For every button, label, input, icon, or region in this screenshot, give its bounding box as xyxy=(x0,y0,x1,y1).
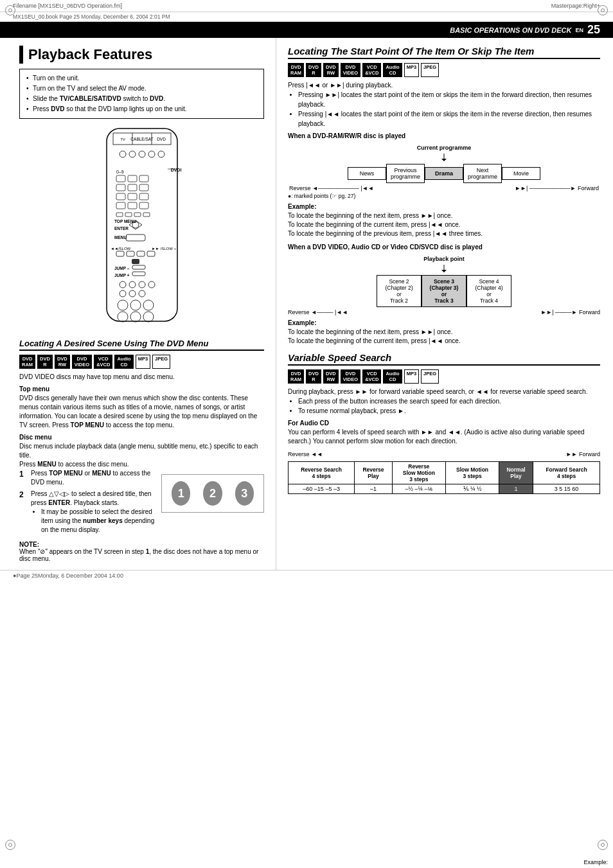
bullet-item-3: Slide the TV/CABLE/SAT/DVD switch to DVD… xyxy=(26,94,257,104)
val-forward-search: 3 5 15 60 xyxy=(533,484,600,494)
current-programme-label: Current programme xyxy=(288,145,600,151)
svg-rect-46 xyxy=(132,265,145,269)
badge-audio-cd-v: AudioCD xyxy=(383,369,402,384)
pb-scene2: Scene 2(Chapter 2)orTrack 2 xyxy=(377,275,422,307)
note-title: NOTE: xyxy=(19,541,39,548)
svg-rect-24 xyxy=(116,202,125,209)
svg-rect-28 xyxy=(125,213,132,217)
badge-audio-cd: AudioCD xyxy=(114,355,133,369)
badge-dvd-r-r: DVDR xyxy=(306,63,321,77)
corner-mark-tr xyxy=(598,5,608,15)
svg-rect-30 xyxy=(143,213,150,217)
step-2-text: Press △▽◁▷ to select a desired title, th… xyxy=(31,490,161,508)
disc-badges-locating: DVDRAM DVDR DVDRW DVDVIDEO VCD&VCD Audio… xyxy=(19,355,264,369)
page-header: Filename [MX1SEU_06DVD Operation.fm] Mas… xyxy=(0,0,613,12)
page: Filename [MX1SEU_06DVD Operation.fm] Mas… xyxy=(0,0,613,868)
circle-1: 1 xyxy=(172,481,190,506)
audio-cd-text: You can perform 4 levels of speed search… xyxy=(288,428,600,446)
locating-start-intro: Press |◄◄ or ►►| during playback. xyxy=(288,81,600,90)
svg-rect-19 xyxy=(128,184,137,191)
top-menu-text: DVD discs generally have their own menus… xyxy=(19,394,264,430)
prog-movie: Movie xyxy=(502,167,540,180)
svg-text:DVD: DVD xyxy=(157,137,166,141)
badge-dvd-r: DVDR xyxy=(37,355,53,369)
step-1-text: Press TOP MENU or MENU to access the DVD… xyxy=(31,469,161,487)
speed-table-header-row: Reverse ◄◄ ►► Forward xyxy=(288,451,600,457)
steps-area: 1 2 3 Example: 1 Press TOP MENU or MENU … xyxy=(19,469,264,537)
svg-point-53 xyxy=(129,290,136,297)
dvd-menu-intro: DVD VIDEO discs may have top menu and di… xyxy=(19,373,264,382)
svg-rect-20 xyxy=(139,184,148,191)
val-reverse-play: –1 xyxy=(355,484,392,494)
playback-point-label: Playback point xyxy=(288,256,600,262)
svg-text:TV: TV xyxy=(120,137,125,141)
pb-reverse-label: Reverse ◄──── |◄◄ xyxy=(288,309,348,315)
locating-start-bullets: Pressing ►►| locates the start point of … xyxy=(288,90,600,128)
svg-text:0–9: 0–9 xyxy=(116,170,124,174)
svg-rect-27 xyxy=(116,213,123,217)
main-content: Playback Features Turn on the unit. Turn… xyxy=(0,38,613,570)
bullet-list: Turn on the unit. Turn on the TV and sel… xyxy=(26,73,257,114)
badge-audio-cd-r: AudioCD xyxy=(383,63,402,77)
badge-vcd-svcd-v: VCD&VCD xyxy=(362,369,381,384)
step-2: 2 Press △▽◁▷ to select a desired title, … xyxy=(19,490,161,535)
svg-point-56 xyxy=(130,300,141,310)
svg-rect-21 xyxy=(116,193,125,200)
right-column: Locating The Start Point Of The Item Or … xyxy=(276,38,613,570)
badge-vcd-svcd: VCD&VCD xyxy=(94,355,112,369)
playback-features-heading: Playback Features xyxy=(19,46,264,64)
svg-point-57 xyxy=(143,300,154,310)
forward-label: ►►| ──────────► Forward xyxy=(515,185,599,191)
remote-svg: CABLE/SAT TV DVD DVDl 0–9 xyxy=(81,125,203,331)
badge-dvd-rw-r: DVDRW xyxy=(323,63,339,77)
forward-header: ►► Forward xyxy=(566,451,600,457)
svg-point-11 xyxy=(158,151,164,157)
down-arrow xyxy=(288,154,600,163)
val-reverse-slow: –½ –¼ –⅛ xyxy=(392,484,445,494)
svg-marker-64 xyxy=(441,270,447,272)
pb-down-arrow xyxy=(288,265,600,274)
example-label: Example: xyxy=(583,859,608,865)
svg-rect-47 xyxy=(132,272,145,276)
svg-rect-23 xyxy=(139,193,148,200)
svg-rect-25 xyxy=(128,202,137,209)
col-slow-motion: Slow Motion3 steps xyxy=(445,462,499,484)
svg-point-58 xyxy=(118,312,128,322)
marked-points: ●: marked points (☞ pg. 27) xyxy=(288,193,600,199)
col-normal-play: NormalPlay xyxy=(499,462,533,484)
badge-jpeg-r: JPEG xyxy=(421,63,439,77)
badge-jpeg-v: JPEG xyxy=(421,369,439,384)
badge-dvd-ram-r: DVDRAM xyxy=(288,63,304,77)
val-reverse-search: –60 –15 –5 –3 xyxy=(289,484,355,494)
svg-rect-15 xyxy=(116,175,125,182)
dvd-ram-disc-title: When a DVD-RAM/RW/R disc is played xyxy=(288,132,600,139)
badge-dvd-video: DVDVIDEO xyxy=(72,355,92,369)
corner-mark-tl xyxy=(5,5,15,15)
svg-text:MENU: MENU xyxy=(114,235,127,240)
svg-rect-40 xyxy=(127,251,134,256)
svg-point-10 xyxy=(148,151,155,157)
pb-diagram: Playback point Scene 2(Chapter 2)orTrack… xyxy=(288,256,600,315)
svg-point-9 xyxy=(139,151,145,157)
svg-point-8 xyxy=(129,151,136,157)
badge-dvd-rw-v: DVDRW xyxy=(323,369,339,384)
prog-arrows-row: Reverse ◄────────── |◄◄ ►►| ──────────► … xyxy=(288,185,600,191)
col-reverse-slow: ReverseSlow Motion3 steps xyxy=(392,462,445,484)
badge-dvd-r-v: DVDR xyxy=(306,369,321,384)
book-info: MX1SEU_00.book Page 25 Monday, December … xyxy=(13,13,170,20)
variable-bullet-1: Each press of the button increases the s… xyxy=(298,396,600,406)
badge-dvd-ram-v: DVDRAM xyxy=(288,369,304,384)
corner-mark-bl xyxy=(5,840,15,850)
example-2-line-1: To locate the beginning of the next item… xyxy=(288,328,600,337)
svg-rect-36 xyxy=(126,235,145,241)
section-title: BASIC OPERATIONS ON DVD DECK xyxy=(450,26,571,34)
val-normal-play: 1 xyxy=(499,484,533,494)
masterpage-label: Masterpage:Right+ xyxy=(551,3,600,9)
col-reverse-search: Reverse Search4 steps xyxy=(289,462,355,484)
svg-rect-16 xyxy=(128,175,137,182)
section-header-bar: BASIC OPERATIONS ON DVD DECK EN 25 xyxy=(0,22,613,38)
title-bar-decoration xyxy=(19,46,23,64)
prog-next: Nextprogramme xyxy=(463,164,502,183)
bullet-item-1: Turn on the unit. xyxy=(26,73,257,84)
badge-mp3-r: MP3 xyxy=(404,63,419,77)
